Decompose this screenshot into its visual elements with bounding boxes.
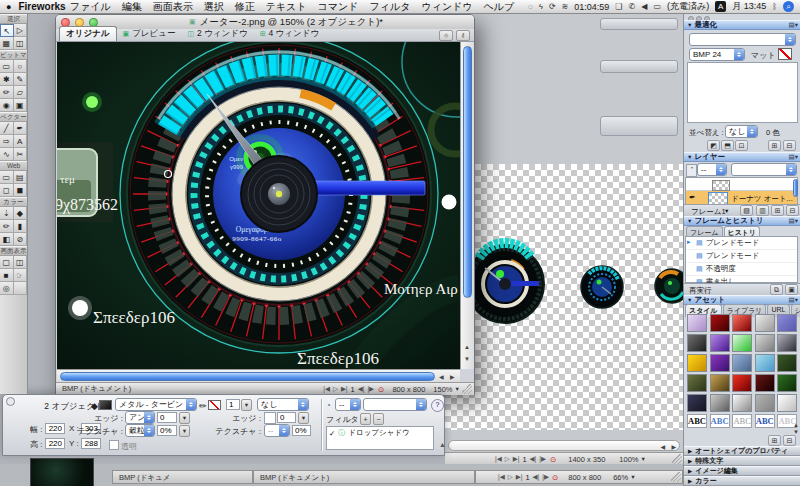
scroll-down-arrow-icon[interactable]: ▼ [793, 429, 799, 435]
gauge-thumbnails[interactable] [445, 164, 683, 430]
frame-number[interactable]: 1 [522, 455, 526, 464]
zoom-tool[interactable]: ◎ [0, 282, 14, 295]
horizontal-scrollbar[interactable]: ◀ ▶ [57, 369, 460, 382]
stroke-texture-select[interactable]: -- [264, 424, 290, 437]
horizontal-scrollbar-thumb[interactable] [60, 372, 435, 381]
playback-control[interactable]: |▶ [542, 473, 549, 481]
add-color-button[interactable]: ⊞ [768, 140, 781, 151]
brush-tool[interactable]: ✎ [14, 73, 28, 86]
style-swatch[interactable] [755, 394, 775, 412]
resize-grip[interactable] [671, 472, 681, 482]
fill-color-well[interactable]: ▮ [14, 220, 28, 233]
scroll-up-arrow-icon[interactable]: ▲ [464, 344, 470, 350]
quick-export-button[interactable]: ⟐ [439, 30, 453, 41]
playback-control[interactable]: |◀ [323, 385, 330, 393]
style-swatch[interactable] [687, 354, 707, 372]
height-field[interactable] [45, 438, 65, 449]
playback-control[interactable]: ◀| [533, 473, 540, 481]
collapsed-panel-bar[interactable] [600, 18, 678, 30]
playback-control[interactable]: |▶ [539, 455, 546, 463]
frame-number[interactable]: 1 [525, 473, 529, 482]
fill-edge-amount-field[interactable] [157, 412, 177, 423]
style-swatch[interactable] [777, 394, 797, 412]
fill-color-swatch[interactable] [99, 400, 112, 410]
layer-row[interactable] [686, 178, 797, 191]
panel-expand-triangle-icon[interactable]: ▼ [687, 218, 692, 224]
playback-control[interactable]: ◀| [530, 455, 537, 463]
layer-thumbnail[interactable] [712, 180, 730, 191]
playback-control[interactable]: |◀ [498, 473, 505, 481]
panel-collapse-widget[interactable] [6, 397, 15, 406]
panel-menu-icon[interactable]: ▤▾ [789, 153, 798, 161]
collapsed-panel-カラー[interactable]: ▶カラー [684, 476, 800, 486]
sync-icon[interactable]: ⟳ [549, 2, 556, 11]
style-swatch[interactable] [687, 314, 707, 332]
fill-texture-amount-field[interactable] [157, 425, 177, 436]
universal-access-icon[interactable]: ◌ [528, 2, 533, 11]
magic-wand-tool[interactable]: ✱ [0, 73, 14, 86]
text-tool[interactable]: A [14, 135, 28, 148]
scroll-right-arrow-icon[interactable]: ▶ [671, 443, 676, 450]
panel-expand-arrow-icon[interactable]: ▲ [439, 441, 446, 448]
style-swatch[interactable] [777, 334, 797, 352]
layer-blend-mode-select[interactable] [731, 163, 797, 176]
history-item[interactable]: ▤不透明度 [686, 263, 797, 276]
collapsed-panel-特殊文字[interactable]: ▶特殊文字 [684, 456, 800, 466]
history-item[interactable]: ▤ブレンドモード [686, 237, 797, 250]
style-swatch[interactable] [710, 374, 730, 392]
history-item[interactable]: ▤ブレンドモード [686, 250, 797, 263]
pointer-tool[interactable]: ↖ [0, 24, 14, 37]
apple-menu-icon[interactable]: ● [6, 2, 11, 12]
bg-window2-zoom[interactable]: 66% [613, 473, 628, 482]
style-swatch[interactable] [755, 334, 775, 352]
layer-row-selected[interactable]: ✒ ドーナツ オート... [686, 191, 797, 205]
slice-tool[interactable]: ▤ [14, 171, 28, 184]
delete-color-button[interactable]: ⊟ [783, 140, 796, 151]
matte-color-swatch[interactable] [778, 48, 792, 60]
style-swatch[interactable] [710, 314, 730, 332]
copy-steps-button[interactable]: ⧉ [770, 284, 783, 295]
playback-control[interactable]: ▷ [505, 455, 510, 463]
hand-tool[interactable]: ☞ [14, 269, 28, 282]
default-colors-button[interactable]: ◧ [0, 233, 14, 246]
stroke-tip-slider-button[interactable]: ▼ [241, 399, 252, 411]
zoom-dropdown-arrow-icon[interactable]: ▼ [630, 474, 635, 480]
filter-list-item[interactable]: ✓ ⓘ ドロップシャドウ [327, 427, 433, 439]
blend-mode-select[interactable] [363, 398, 427, 411]
airport-wifi-icon[interactable]: ≋ [562, 2, 569, 11]
style-swatch[interactable] [777, 354, 797, 372]
lasso-tool[interactable]: ○ [14, 60, 28, 73]
text-style-swatch[interactable]: ABC [732, 414, 752, 428]
menu-item-テキスト[interactable]: テキスト [266, 0, 307, 14]
eraser-tool[interactable]: ▱ [14, 86, 28, 99]
playback-control[interactable]: |▶ [367, 385, 374, 393]
style-swatch[interactable] [755, 354, 775, 372]
menu-item-コマンド[interactable]: コマンド [318, 0, 359, 14]
help-button[interactable]: ? [431, 399, 444, 412]
line-tool[interactable]: ╱ [0, 122, 14, 135]
scroll-left-arrow-icon[interactable]: ◀ [439, 373, 444, 380]
phone-icon[interactable]: ✆ [629, 2, 636, 11]
collapsed-panel-bar[interactable] [600, 60, 678, 73]
frame-dropdown-arrow-icon[interactable]: ▼ [724, 208, 729, 214]
style-swatch[interactable] [687, 334, 707, 352]
spotlight-icon[interactable]: ⌕ [783, 1, 794, 12]
collapsed-panel-イメージ編集[interactable]: ▶イメージ編集 [684, 466, 800, 476]
gauge-thumbnail-small[interactable] [655, 269, 683, 303]
style-swatch[interactable] [732, 394, 752, 412]
stroke-edge-swatch[interactable] [264, 412, 276, 424]
stroke-texture-amount-field[interactable] [292, 425, 311, 436]
bluetooth-icon[interactable]: ᛒ [772, 2, 777, 11]
tab-プレビュー[interactable]: ▣プレビュー [117, 27, 182, 41]
zoom-level[interactable]: 150% [433, 385, 452, 394]
no-color-button[interactable]: ⊘ [14, 233, 28, 246]
collapsed-panel-bar[interactable] [600, 116, 678, 136]
style-swatch[interactable] [732, 314, 752, 332]
y-field[interactable] [81, 438, 101, 449]
zoom-dropdown-arrow-icon[interactable]: ▼ [641, 456, 646, 462]
app-menu-fireworks[interactable]: Fireworks [18, 1, 65, 12]
optimize-settings-select[interactable] [689, 33, 796, 46]
layer-name[interactable]: ドーナツ オート... [731, 194, 793, 204]
style-swatch[interactable] [710, 354, 730, 372]
check-icon[interactable]: ✓ [329, 429, 335, 438]
